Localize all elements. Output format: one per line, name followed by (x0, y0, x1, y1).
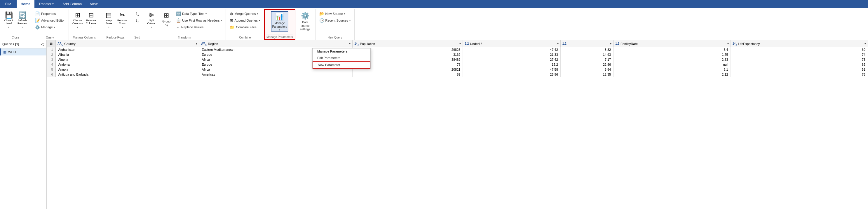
queries-panel: Queries [1] ◁ ▦ WHO (0, 40, 47, 209)
table-cell: 12.35 (560, 72, 613, 77)
col-label-region: Region (208, 42, 218, 46)
group-by-button[interactable]: ⊞ GroupBy (159, 10, 174, 31)
group-combine: ⊕ Merge Queries ▾ ⊞ Append Queries ▾ 📁 C… (226, 9, 264, 40)
use-first-row-icon: 📋 (176, 18, 181, 23)
keep-rows-label: KeepRows (105, 19, 112, 25)
col-header-over60[interactable]: 1.2 ▾ (560, 40, 613, 47)
table-cell: 75 (731, 72, 868, 77)
data-source-settings-button[interactable]: ⚙️ Data source settings (298, 10, 313, 31)
combine-files-button[interactable]: 📁 Combine Files (228, 24, 261, 30)
group-query-content: 📄 Properties 📝 Advanced Editor ⚙️ Manage… (33, 10, 67, 35)
table-cell: 21.33 (463, 52, 560, 57)
group-close-content: 💾 Close & Load ▾ 🔄 Refresh Preview ▾ (2, 10, 29, 35)
close-load-label: Close & Load (3, 19, 14, 25)
col-filter-country[interactable]: ▾ (196, 42, 197, 45)
choose-columns-arrow: ▾ (77, 26, 78, 29)
table-cell: 2.12 (614, 72, 731, 77)
table-row[interactable]: 2AlbaniaEurope316221.3314.931.7574 (47, 52, 868, 57)
replace-values-label: Replace Values (181, 25, 204, 29)
table-cell: 3.84 (560, 67, 613, 72)
new-source-button[interactable]: 📂 New Source ▾ (318, 10, 352, 17)
ribbon: File Home Transform Add Column View 💾 Cl… (0, 0, 868, 40)
refresh-preview-arrow: ▾ (22, 26, 23, 29)
table-row[interactable]: 3AlgeriaAfrica3848227.427.172.8373 (47, 57, 868, 62)
use-first-row-button[interactable]: 📋 Use First Row as Headers ▾ (175, 17, 223, 24)
manage-button[interactable]: ⚙️ Manage ▾ (34, 24, 66, 30)
manage-parameters-button[interactable]: 📊 Manage Parameters ▾ (271, 11, 288, 32)
remove-columns-button[interactable]: ⊟ RemoveColumns ▾ (85, 10, 97, 29)
tab-add-column[interactable]: Add Column (58, 0, 86, 8)
col-header-country[interactable]: ABC Country ▾ (56, 40, 199, 47)
replace-values-button[interactable]: ↔ Replace Values (175, 24, 223, 30)
remove-columns-arrow: ▾ (91, 26, 92, 29)
col-header-region[interactable]: ABC Region ▾ (199, 40, 352, 47)
table-cell: 89 (352, 72, 463, 77)
tab-home[interactable]: Home (17, 0, 34, 8)
table-cell: null (614, 62, 731, 67)
split-column-arrow: ▾ (151, 26, 152, 29)
who-query-icon: ▦ (3, 50, 6, 54)
data-type-button[interactable]: 🔤 Data Type: Text ▾ (175, 10, 223, 17)
col-filter-lifeexpectancy[interactable]: ▾ (865, 42, 866, 45)
edit-parameters-label: Edit Parameters (317, 56, 340, 60)
col-header-fertility[interactable]: 1.2 FertilityRate ▾ (614, 40, 731, 47)
col-header-lifeexpectancy[interactable]: 123 LifeExpectancy ▾ (731, 40, 868, 47)
tab-file[interactable]: File (0, 0, 17, 8)
group-manage-params: 📊 Manage Parameters ▾ Manage Parameters (264, 9, 296, 40)
queries-collapse-button[interactable]: ◁ (41, 42, 44, 47)
col-label-lifeexpectancy: LifeExpectancy (738, 42, 760, 46)
table-row[interactable]: 6Antigua and BarbudaAmericas8925.9612.35… (47, 72, 868, 77)
table-cell: 47.58 (463, 67, 560, 72)
new-parameter-item[interactable]: New Parameter (313, 61, 370, 68)
group-transform-content: ⫸ SplitColumn ▾ ⊞ GroupBy 🔤 Data Type: T… (145, 10, 224, 35)
table-row[interactable]: 1AfghanistanEastern Mediterranean2982547… (47, 47, 868, 52)
manage-parameters-arrow: ▾ (279, 29, 280, 32)
table-cell: 3 (47, 57, 56, 62)
table-cell: 51 (731, 67, 868, 72)
recent-sources-button[interactable]: 🕒 Recent Sources ▾ (318, 17, 352, 24)
group-sort: ↑A ↓Z Sort (131, 9, 143, 40)
table-cell: 2 (47, 52, 56, 57)
refresh-preview-button[interactable]: 🔄 Refresh Preview ▾ (16, 10, 29, 29)
col-type-region: ABC (201, 41, 207, 46)
table-cell: 7.17 (560, 57, 613, 62)
group-transform-label: Transform (145, 35, 224, 40)
col-label-fertility: FertilityRate (620, 42, 638, 46)
combine-small-buttons: ⊕ Merge Queries ▾ ⊞ Append Queries ▾ 📁 C… (228, 10, 261, 30)
col-filter-fertility[interactable]: ▾ (727, 42, 729, 45)
advanced-editor-button[interactable]: 📝 Advanced Editor (34, 17, 66, 24)
group-reduce-rows-content: ▤ KeepRows ▾ ✂ RemoveRows ▾ (102, 10, 129, 35)
new-parameter-label: New Parameter (318, 63, 340, 66)
group-close: 💾 Close & Load ▾ 🔄 Refresh Preview ▾ (0, 9, 31, 40)
edit-parameters-item[interactable]: Edit Parameters (313, 55, 370, 61)
tab-transform[interactable]: Transform (34, 0, 58, 8)
tab-view[interactable]: View (86, 0, 101, 8)
table-cell: 73 (731, 57, 868, 62)
split-column-button[interactable]: ⫸ SplitColumn ▾ (145, 10, 158, 29)
col-header-population[interactable]: 123 Population ▾ (352, 40, 463, 47)
append-queries-button[interactable]: ⊞ Append Queries ▾ (228, 17, 261, 24)
table-row[interactable]: 5AngolaAfrica2082147.583.846.151 (47, 67, 868, 72)
col-filter-population[interactable]: ▾ (459, 42, 461, 45)
who-query-item[interactable]: ▦ WHO (0, 49, 46, 56)
merge-queries-button[interactable]: ⊕ Merge Queries ▾ (228, 10, 261, 17)
col-filter-under15[interactable]: ▾ (557, 42, 559, 45)
main-area: Queries [1] ◁ ▦ WHO ⊞ ABC (0, 40, 868, 209)
close-load-button[interactable]: 💾 Close & Load ▾ (2, 10, 15, 29)
remove-rows-button[interactable]: ✂ RemoveRows ▾ (116, 10, 129, 29)
col-header-under15[interactable]: 1.2 Under15 ▾ (463, 40, 560, 47)
sort-asc-button[interactable]: ↑A (134, 10, 141, 17)
table-row[interactable]: 4AndorraEurope7815.222.86null82 (47, 62, 868, 67)
col-type-lifeexpectancy: 123 (733, 41, 737, 46)
remove-rows-arrow: ▾ (122, 26, 123, 29)
group-new-query-content: 📂 New Source ▾ 🕒 Recent Sources ▾ (317, 10, 352, 35)
combine-files-icon: 📁 (230, 25, 235, 29)
choose-columns-button[interactable]: ⊞ ChooseColumns ▾ (71, 10, 84, 29)
data-source-settings-icon: ⚙️ (301, 12, 310, 20)
properties-button[interactable]: 📄 Properties (34, 10, 66, 17)
keep-rows-button[interactable]: ▤ KeepRows ▾ (102, 10, 115, 29)
col-filter-region[interactable]: ▾ (349, 42, 350, 45)
sort-desc-button[interactable]: ↓Z (134, 18, 141, 24)
col-filter-over60[interactable]: ▾ (610, 42, 612, 45)
data-source-settings-label: Data source settings (299, 21, 312, 31)
